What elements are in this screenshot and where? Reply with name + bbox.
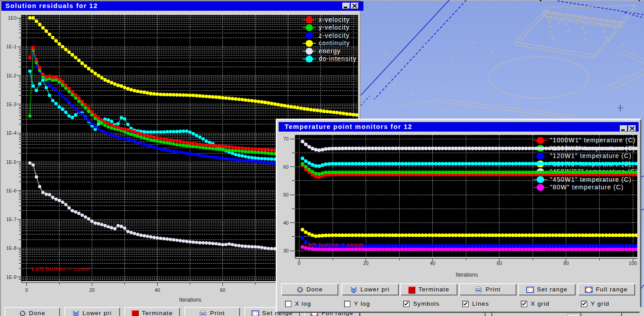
svg-text:1E-7: 1E-7 — [6, 217, 17, 222]
svg-text:"1000W1" temperature (C): "1000W1" temperature (C) — [550, 137, 635, 144]
svg-text:1E-8: 1E-8 — [6, 245, 17, 251]
svg-text:continuity: continuity — [319, 39, 350, 47]
svg-text:50: 50 — [283, 192, 289, 197]
svg-text:1E0: 1E0 — [8, 15, 17, 21]
svg-text:60: 60 — [497, 260, 502, 266]
svg-text:70: 70 — [283, 136, 289, 141]
svg-text:20: 20 — [363, 260, 368, 266]
svg-text:0: 0 — [25, 287, 28, 293]
svg-text:do-intensity: do-intensity — [319, 55, 357, 62]
svg-text:1E-9: 1E-9 — [6, 274, 17, 280]
svg-text:y-velocity: y-velocity — [319, 24, 350, 31]
svg-text:1E-6: 1E-6 — [6, 188, 17, 193]
svg-text:1E-2: 1E-2 — [6, 73, 17, 78]
svg-text:z-velocity: z-velocity — [319, 32, 350, 39]
svg-text:Iterations: Iterations — [179, 297, 201, 303]
svg-text:1E-3: 1E-3 — [6, 102, 17, 107]
svg-text:"80W" temperature (C): "80W" temperature (C) — [550, 184, 624, 191]
svg-text:Iterations: Iterations — [456, 272, 478, 278]
svg-text:60: 60 — [283, 164, 289, 170]
svg-text:Left button = zoom: Left button = zoom — [31, 265, 90, 272]
svg-text:100: 100 — [629, 260, 637, 266]
svg-text:1E-4: 1E-4 — [6, 130, 17, 136]
svg-text:"120W1" temperature (C): "120W1" temperature (C) — [550, 152, 631, 159]
svg-text:0: 0 — [298, 260, 300, 266]
svg-text:20: 20 — [89, 287, 94, 293]
svg-text:30: 30 — [283, 248, 289, 253]
svg-text:1E-5: 1E-5 — [6, 159, 17, 165]
svg-text:40: 40 — [430, 260, 435, 266]
svg-text:"450W1" temperature (C): "450W1" temperature (C) — [550, 176, 631, 183]
svg-text:energy: energy — [319, 47, 341, 55]
svg-text:Left button = zoom: Left button = zoom — [304, 241, 363, 248]
svg-text:80: 80 — [563, 260, 569, 266]
svg-text:40: 40 — [154, 287, 160, 293]
svg-text:60: 60 — [220, 287, 225, 293]
svg-text:1E-1: 1E-1 — [6, 44, 17, 49]
svg-text:x-velocity: x-velocity — [319, 16, 350, 23]
svg-text:40: 40 — [283, 220, 289, 226]
